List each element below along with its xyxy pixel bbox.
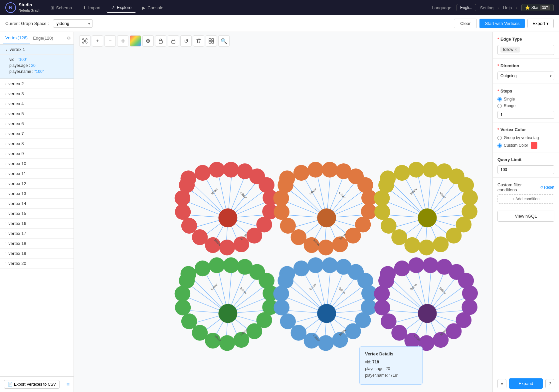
node[interactable] xyxy=(378,177,394,193)
vertex-item-5[interactable]: ›vertex 5 xyxy=(0,109,74,119)
step-range-radio[interactable]: Range xyxy=(497,103,554,108)
center-node-green[interactable] xyxy=(218,304,237,323)
move-button[interactable]: ✛ xyxy=(117,35,128,47)
vertex-item-11[interactable]: ›vertex 11 xyxy=(0,169,74,179)
vertex-item-4[interactable]: ›vertex 4 xyxy=(0,99,74,109)
language-select[interactable]: Engli... xyxy=(457,4,476,11)
node[interactable] xyxy=(345,228,361,243)
node[interactable] xyxy=(209,257,225,273)
remove-edge-type[interactable]: × xyxy=(515,47,517,52)
clear-button[interactable]: Clear xyxy=(454,19,477,28)
node[interactable] xyxy=(274,299,289,315)
node[interactable] xyxy=(374,299,390,315)
search-button[interactable]: 🔍 xyxy=(218,35,230,47)
node[interactable] xyxy=(195,165,210,181)
node[interactable] xyxy=(318,335,333,351)
node[interactable] xyxy=(423,257,438,273)
node[interactable] xyxy=(179,177,195,193)
export-button[interactable]: Export ▾ xyxy=(527,19,554,28)
node[interactable] xyxy=(181,218,197,234)
node[interactable] xyxy=(223,162,239,177)
node[interactable] xyxy=(423,162,438,177)
custom-color-radio[interactable]: Custom Color xyxy=(497,142,554,149)
vertex-item-2[interactable]: ›vertex 2 xyxy=(0,79,74,89)
vertex-item-12[interactable]: ›vertex 12 xyxy=(0,179,74,189)
node[interactable] xyxy=(274,204,289,220)
zoom-out-button[interactable]: − xyxy=(104,35,116,47)
vertex-item-8[interactable]: ›vertex 8 xyxy=(0,139,74,149)
filter-reset-button[interactable]: ↻ Reset xyxy=(540,185,554,190)
color-swatch[interactable] xyxy=(531,142,537,149)
node[interactable] xyxy=(219,335,235,351)
vertex-item-15[interactable]: ›vertex 15 xyxy=(0,209,74,219)
nav-tab-schema[interactable]: ⊞ Schema xyxy=(46,3,77,12)
add-condition-button[interactable]: + Add condition xyxy=(497,194,554,204)
nav-tab-explore[interactable]: ↗ Explore xyxy=(106,3,136,13)
vertex-item-20[interactable]: ›vertex 20 xyxy=(0,259,74,269)
node[interactable] xyxy=(374,204,390,220)
vertex-item-13[interactable]: ›vertex 13 xyxy=(0,189,74,199)
node[interactable] xyxy=(345,323,361,339)
node[interactable] xyxy=(278,273,293,289)
node[interactable] xyxy=(278,177,293,193)
center-node-red[interactable] xyxy=(218,208,237,227)
node[interactable] xyxy=(308,257,323,273)
vertex-item-18[interactable]: ›vertex 18 xyxy=(0,239,74,249)
node[interactable] xyxy=(462,190,478,205)
step-single-radio[interactable]: Single xyxy=(497,97,554,101)
space-select[interactable]: yidong xyxy=(53,19,93,28)
star-button[interactable]: ⭐ Star 307 xyxy=(521,4,554,11)
center-node-yellow[interactable] xyxy=(418,208,437,227)
node[interactable] xyxy=(381,218,396,234)
expand-button[interactable]: Expand xyxy=(509,378,542,389)
center-node-purple[interactable] xyxy=(418,304,437,323)
node[interactable] xyxy=(408,257,424,273)
node[interactable] xyxy=(280,313,296,329)
node[interactable] xyxy=(247,323,262,339)
node[interactable] xyxy=(223,257,239,273)
node[interactable] xyxy=(293,165,309,181)
unlock-button[interactable] xyxy=(168,35,179,47)
delete-button[interactable] xyxy=(193,35,204,47)
node[interactable] xyxy=(378,273,394,289)
node[interactable] xyxy=(394,165,410,181)
node[interactable] xyxy=(247,228,262,243)
vertex-item-1[interactable]: ∨ vertex 1 xyxy=(0,45,74,55)
export-csv-button[interactable]: 📄 Export Vertexes to CSV xyxy=(4,380,60,389)
start-with-vertices-button[interactable]: Start with Vertices xyxy=(479,19,525,28)
steps-value-input[interactable] xyxy=(497,111,554,119)
nav-tab-import[interactable]: ⬆ Import xyxy=(78,3,105,12)
node[interactable] xyxy=(179,273,195,289)
vertex-item-9[interactable]: ›vertex 9 xyxy=(0,149,74,159)
vertex-item-16[interactable]: ›vertex 16 xyxy=(0,219,74,229)
tab-vertex[interactable]: Vertex(126) xyxy=(3,32,30,44)
node[interactable] xyxy=(462,286,478,301)
setting-menu[interactable]: Setting xyxy=(480,5,493,10)
node[interactable] xyxy=(195,261,210,276)
vertex-item-14[interactable]: ›vertex 14 xyxy=(0,199,74,209)
grid-button[interactable] xyxy=(206,35,217,47)
tab-edge[interactable]: Edge(120) xyxy=(30,32,56,44)
direction-select[interactable]: Outgoing Incoming Bidirect xyxy=(497,72,554,80)
center-node-blue[interactable] xyxy=(317,304,336,323)
lock-button[interactable] xyxy=(155,35,166,47)
group-by-tag-radio[interactable]: Group by vertex tag xyxy=(497,135,554,140)
list-icon[interactable]: ≡ xyxy=(67,381,70,387)
node[interactable] xyxy=(408,162,424,177)
panel-settings-icon[interactable]: ⚙ xyxy=(67,36,71,41)
node[interactable] xyxy=(175,299,191,315)
vertex-item-7[interactable]: ›vertex 7 xyxy=(0,129,74,139)
vertex-item-10[interactable]: ›vertex 10 xyxy=(0,159,74,169)
vertex-item-6[interactable]: ›vertex 6 xyxy=(0,119,74,129)
node[interactable] xyxy=(219,240,235,255)
edge-type-field[interactable]: follow × xyxy=(497,45,554,55)
reset-button[interactable]: ↺ xyxy=(180,35,192,47)
node[interactable] xyxy=(308,162,323,177)
node[interactable] xyxy=(419,240,434,255)
focus-button[interactable] xyxy=(142,35,154,47)
vertex-item-3[interactable]: ›vertex 3 xyxy=(0,89,74,99)
node[interactable] xyxy=(280,218,296,234)
query-limit-input[interactable] xyxy=(497,165,554,174)
node[interactable] xyxy=(322,162,337,177)
vertex-item-17[interactable]: ›vertex 17 xyxy=(0,229,74,239)
